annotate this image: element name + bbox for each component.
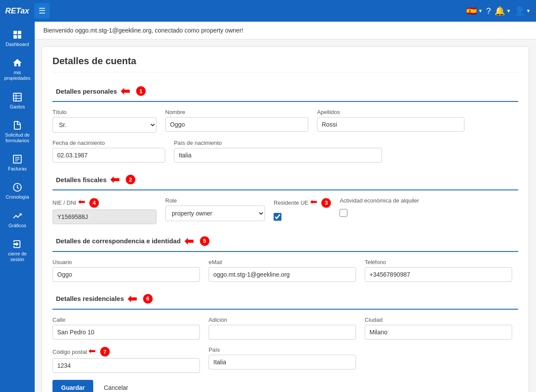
- cancelar-button[interactable]: Cancelar: [97, 380, 135, 392]
- grupo-pais-nacimiento: País de nacimiento: [174, 140, 382, 163]
- annotation-5-badge: 5: [200, 236, 209, 246]
- grupo-telefono: Teléfono: [365, 259, 512, 282]
- doc-icon: [12, 120, 23, 131]
- select-role[interactable]: property owner tenant admin: [165, 206, 265, 221]
- input-telefono[interactable]: [365, 267, 512, 282]
- hamburger-icon: ☰: [39, 6, 46, 16]
- checkbox-residente-ue[interactable]: [274, 213, 281, 221]
- sidebar-item-gastos[interactable]: Gastos: [0, 88, 35, 114]
- row-usuario-email-telefono: Usuario eMail Teléfono: [52, 259, 518, 282]
- arrow-annotation-5-icon: ⬅: [184, 235, 194, 247]
- grupo-apellidos: Apellidos: [317, 109, 464, 133]
- guardar-button[interactable]: Guardar: [52, 380, 93, 392]
- help-icon[interactable]: ?: [486, 6, 491, 16]
- sidebar-label-mis-propiedades: mis propiedades: [2, 70, 33, 81]
- grupo-ciudad: Ciudad: [365, 317, 512, 340]
- input-ciudad[interactable]: [365, 325, 512, 340]
- input-pais-nacimiento[interactable]: [174, 148, 382, 163]
- arrow-annotation-6-icon: ⬅: [127, 293, 137, 304]
- form-title: Detalles de cuenta: [52, 56, 518, 72]
- sidebar-label-facturas: Facturas: [8, 166, 27, 172]
- sidebar-item-cronologia[interactable]: Cronología: [0, 178, 35, 204]
- label-residente-ue: Residente UE ⬅ 3: [274, 197, 331, 208]
- checkbox-wrapper-actividad: [340, 206, 419, 220]
- main-content: Bienvenido oggo.mt.stg-1@geekline.org, c…: [35, 22, 536, 392]
- label-calle: Calle: [52, 317, 200, 323]
- section-personales-label: Detalles personales: [56, 88, 117, 95]
- section-residenciales: Detalles residenciales ⬅ 6: [52, 289, 518, 310]
- annotation-1-badge: 1: [136, 86, 146, 96]
- arrow-annotation-1-icon: ⬅: [121, 85, 130, 97]
- section-fiscales-label: Detalles fiscales: [56, 176, 107, 183]
- grupo-titulo: Título Sr. Sra. Dr. Dra.: [52, 109, 157, 133]
- label-nie-dni: NIE / DNI ⬅ 4: [52, 197, 157, 208]
- annotation-3-badge: 3: [321, 198, 331, 208]
- label-titulo: Título: [52, 109, 157, 115]
- bell-icon[interactable]: 🔔▼: [494, 6, 511, 16]
- button-row: Guardar Cancelar: [52, 380, 518, 392]
- grupo-residente-ue: Residente UE ⬅ 3: [274, 197, 331, 224]
- input-apellidos[interactable]: [317, 117, 464, 132]
- sidebar-item-facturas[interactable]: Facturas: [0, 150, 35, 176]
- input-codigo-postal[interactable]: [52, 358, 200, 373]
- label-actividad-economica: Actividad económica de alquiler: [340, 197, 419, 204]
- sidebar-label-solicitud: Solicitud de formularios: [2, 132, 33, 144]
- input-fecha-nacimiento[interactable]: [52, 148, 165, 163]
- home-icon: [12, 58, 23, 68]
- arrow-annotation-3-icon: ⬅: [310, 197, 317, 206]
- annotation-7-badge: 7: [100, 347, 110, 356]
- label-adicion: Adición: [209, 317, 356, 323]
- brand-logo[interactable]: RETax: [5, 7, 29, 16]
- input-nie-dni: [52, 209, 157, 224]
- section-fiscales: Detalles fiscales ⬅ 2: [52, 170, 518, 190]
- sidebar-item-dashboard[interactable]: Dashboard: [0, 25, 35, 52]
- row-nie-role-residente: NIE / DNI ⬅ 4 Role property owner tenant…: [52, 197, 518, 224]
- sidebar-item-cierre-sesion[interactable]: cierre de sesión: [0, 235, 35, 267]
- input-pais[interactable]: [209, 355, 356, 369]
- arrow-annotation-4-icon: ⬅: [78, 197, 85, 206]
- invoice-icon: [12, 154, 23, 164]
- bell-chevron-icon: ▼: [506, 8, 511, 13]
- table-icon: [12, 92, 23, 102]
- sidebar-label-cierre-sesion: cierre de sesión: [2, 251, 33, 262]
- input-calle[interactable]: [52, 325, 200, 340]
- label-apellidos: Apellidos: [317, 109, 464, 115]
- svg-rect-0: [13, 31, 17, 34]
- label-usuario: Usuario: [52, 259, 200, 265]
- grupo-actividad-economica: Actividad económica de alquiler: [340, 197, 419, 224]
- svg-rect-4: [13, 93, 21, 101]
- input-adicion[interactable]: [209, 325, 356, 340]
- section-correspondencia-label: Detalles de correspondencia e identidad: [56, 237, 181, 245]
- input-usuario[interactable]: [52, 267, 200, 282]
- row-titulo-nombre-apellidos: Título Sr. Sra. Dr. Dra. Nombre Apellido…: [52, 109, 518, 133]
- row-calle-adicion-ciudad: Calle Adición Ciudad: [52, 317, 518, 340]
- section-personales: Detalles personales ⬅ 1: [52, 81, 518, 102]
- user-chevron-icon: ▼: [526, 8, 531, 13]
- sidebar-item-graficos[interactable]: Gráficos: [0, 206, 35, 233]
- label-nombre: Nombre: [165, 109, 308, 115]
- user-icon[interactable]: 👤▼: [514, 6, 531, 16]
- sidebar-item-mis-propiedades[interactable]: mis propiedades: [0, 53, 35, 85]
- navbar-right: 🇪🇸 ▼ ? 🔔▼ 👤▼: [466, 6, 531, 16]
- sidebar-item-solicitud[interactable]: Solicitud de formularios: [0, 116, 35, 148]
- checkbox-actividad-economica[interactable]: [340, 209, 347, 217]
- grupo-role: Role property owner tenant admin: [165, 197, 265, 224]
- sidebar-toggle-button[interactable]: ☰: [34, 3, 50, 19]
- grupo-pais: País: [209, 346, 356, 373]
- clock-icon: [12, 182, 23, 193]
- sidebar-label-dashboard: Dashboard: [6, 42, 29, 47]
- arrow-annotation-7-icon: ⬅: [88, 346, 96, 356]
- welcome-bar: Bienvenido oggo.mt.stg-1@geekline.org, c…: [35, 22, 536, 39]
- flag-icon[interactable]: 🇪🇸 ▼: [466, 6, 483, 16]
- exit-icon: [12, 239, 23, 249]
- arrow-annotation-2-icon: ⬅: [110, 174, 120, 185]
- select-titulo[interactable]: Sr. Sra. Dr. Dra.: [52, 117, 157, 133]
- checkbox-wrapper-residente: [274, 209, 331, 224]
- input-email[interactable]: [209, 267, 356, 282]
- welcome-text: Bienvenido oggo.mt.stg-1@geekline.org, c…: [43, 27, 243, 34]
- sidebar-label-gastos: Gastos: [10, 104, 25, 110]
- input-nombre[interactable]: [165, 117, 308, 132]
- annotation-2-badge: 2: [126, 175, 135, 184]
- main-layout: Dashboard mis propiedades Gastos Solicit…: [0, 22, 536, 392]
- annotation-6-badge: 6: [143, 294, 153, 304]
